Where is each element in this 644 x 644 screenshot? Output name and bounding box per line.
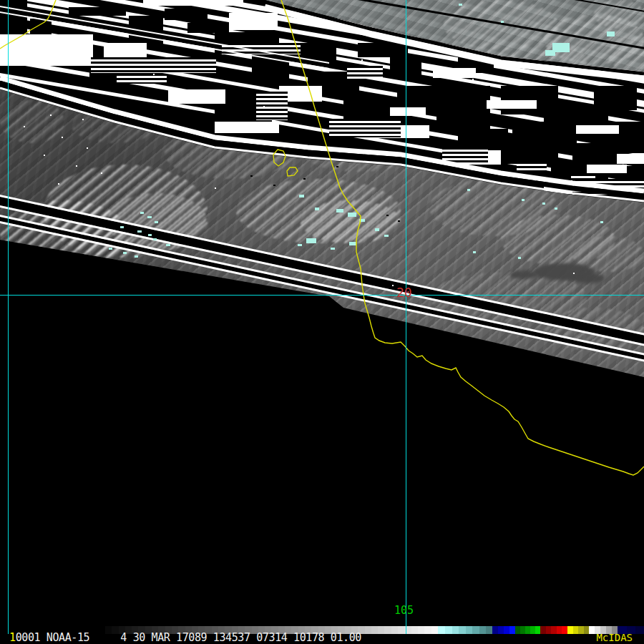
colorbar-step [535, 626, 540, 634]
island-outline [287, 167, 298, 176]
colorbar-step [479, 626, 486, 634]
colorbar-step [504, 626, 509, 634]
colorbar-step [509, 626, 515, 634]
latitude-cursor-line[interactable] [0, 295, 644, 296]
colorbar-step [431, 626, 438, 634]
colorbar-step [398, 626, 404, 634]
colorbar-step [438, 626, 445, 634]
mcidas-brand-label: McIDAS [596, 633, 633, 643]
coastline-overlay [0, 0, 644, 624]
mcidas-screen: 20105 10001 NOAA-15 4 30 MAR 17089 13453… [0, 0, 644, 644]
colorbar-step [452, 626, 459, 634]
colorbar-step [492, 626, 498, 634]
colorbar-step [411, 626, 418, 634]
colorbar-step [365, 626, 371, 634]
colorbar-step [486, 626, 492, 634]
frame-number: 1 [9, 631, 16, 644]
colorbar-step [557, 626, 562, 634]
colorbar-step [391, 626, 398, 634]
colorbar-step [371, 626, 378, 634]
colorbar-step [635, 626, 644, 634]
graticule-label: 105 [394, 605, 414, 616]
longitude-cursor-line[interactable] [406, 0, 406, 634]
island-outline [273, 150, 286, 166]
colorbar-step [466, 626, 472, 634]
colorbar-step [472, 626, 479, 634]
colorbar-step [584, 626, 589, 634]
longitude-cursor-line[interactable] [8, 0, 9, 634]
colorbar-step [525, 626, 530, 634]
band-edge-line [265, 2, 644, 74]
colorbar-step [424, 626, 431, 634]
colorbar-step [540, 626, 546, 634]
band-edge-line [0, 78, 644, 191]
colorbar-step [459, 626, 466, 634]
colorbar-step [546, 626, 551, 634]
colorbar-step [551, 626, 557, 634]
status-text: 10001 NOAA-15 4 30 MAR 17089 134537 0731… [9, 633, 361, 643]
colorbar-step [520, 626, 525, 634]
colorbar-step [589, 626, 595, 634]
colorbar-step [445, 626, 452, 634]
colorbar-step [378, 626, 384, 634]
colorbar-step [573, 626, 578, 634]
colorbar-step [530, 626, 535, 634]
status-bar: 10001 NOAA-15 4 30 MAR 17089 134537 0731… [0, 624, 644, 644]
image-info-text: 0001 NOAA-15 4 30 MAR 17089 134537 07314… [16, 631, 361, 644]
colorbar-step [515, 626, 520, 634]
colorbar-step [562, 626, 567, 634]
graticule-label: 20 [396, 286, 412, 299]
colorbar-step [498, 626, 504, 634]
colorbar-step [418, 626, 424, 634]
colorbar-step [578, 626, 584, 634]
colorbar-step [384, 626, 391, 634]
colorbar-step [567, 626, 573, 634]
